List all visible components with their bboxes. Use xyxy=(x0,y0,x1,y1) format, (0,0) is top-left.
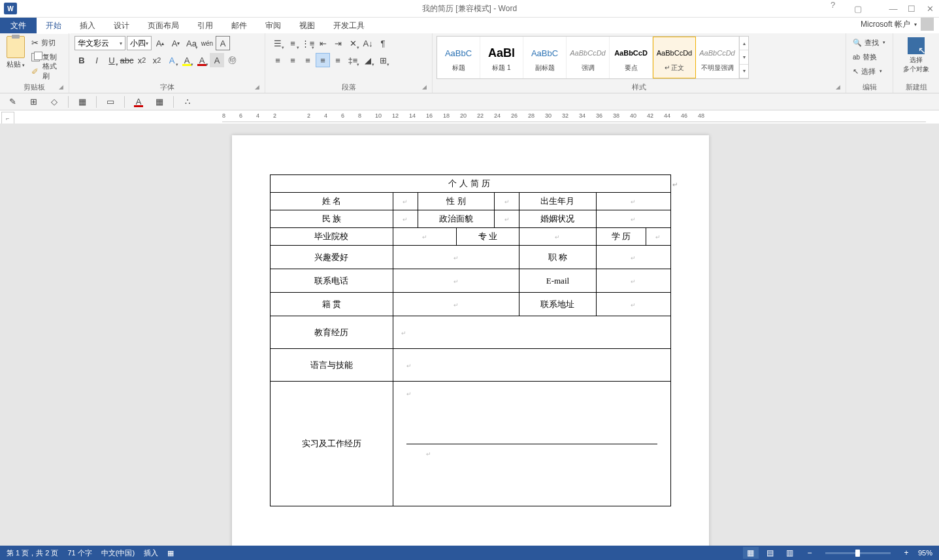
select-multiple-button[interactable]: 选择多个对象 xyxy=(896,35,936,82)
paragraph-launcher-icon[interactable]: ◢ xyxy=(422,84,430,91)
decrease-indent-button[interactable]: ⇤ xyxy=(316,36,330,50)
print-layout-view-icon[interactable]: ▦ xyxy=(743,547,759,559)
bullets-button[interactable]: ☰ xyxy=(271,36,285,50)
font-size-select[interactable]: 小四▾ xyxy=(127,36,152,50)
zoom-thumb[interactable] xyxy=(855,550,860,557)
ribbon-tabs: 文件 开始 插入 设计 页面布局 引用 邮件 审阅 视图 开发工具 Micros… xyxy=(0,18,939,33)
sort-button[interactable]: A↓ xyxy=(361,36,375,50)
gallery-more-icon[interactable]: ▾ xyxy=(740,65,748,78)
tab-layout[interactable]: 页面布局 xyxy=(139,18,188,33)
page-indicator[interactable]: 第 1 页，共 2 页 xyxy=(7,548,58,558)
highlight-button[interactable]: A xyxy=(180,53,194,67)
zoom-out-icon[interactable]: − xyxy=(802,547,817,559)
account-menu[interactable]: Microsoft 帐户 ▾ xyxy=(861,18,934,31)
table-style-icon[interactable]: ▦ xyxy=(152,95,167,108)
enclose-char-button[interactable]: ㊞ xyxy=(225,53,239,67)
eraser-icon[interactable]: ◇ xyxy=(47,95,61,108)
style-strong[interactable]: AaBbCcD要点 xyxy=(610,37,653,78)
pen-color-icon[interactable]: A xyxy=(131,95,146,108)
minimize-icon[interactable]: — xyxy=(884,0,902,17)
maximize-icon[interactable]: ☐ xyxy=(902,0,921,17)
zoom-level[interactable]: 95% xyxy=(918,549,932,557)
find-button[interactable]: 🔍查找 xyxy=(853,36,885,49)
tab-insert[interactable]: 插入 xyxy=(71,18,105,33)
line-spacing-button[interactable]: ‡≡ xyxy=(346,53,360,67)
change-case-button[interactable]: Aa xyxy=(184,36,199,50)
align-right-button[interactable]: ≡ xyxy=(301,53,315,67)
gallery-down-icon[interactable]: ▾ xyxy=(740,50,748,64)
text-effects-button[interactable]: A xyxy=(165,53,179,67)
table-grid-icon[interactable]: ⊞ xyxy=(26,95,41,108)
page[interactable]: ↵ 个人简历 姓 名 性 别 出生年月 民 族 政治面貌 婚姻状况 毕业院校 专… xyxy=(232,135,709,546)
tab-home[interactable]: 开始 xyxy=(37,18,71,33)
justify-button[interactable]: ≡ xyxy=(316,53,330,67)
clipboard-launcher-icon[interactable]: ◢ xyxy=(59,84,67,91)
char-border-button[interactable]: A xyxy=(216,36,230,50)
border-style-icon[interactable]: ▭ xyxy=(103,95,118,108)
styles-launcher-icon[interactable]: ◢ xyxy=(836,84,844,91)
draw-table-icon[interactable]: ✎ xyxy=(5,95,20,108)
style-heading1[interactable]: AaBl标题 1 xyxy=(480,37,523,78)
insert-mode[interactable]: 插入 xyxy=(144,548,158,558)
horizontal-ruler[interactable]: 8642246810121416182022242628303234363840… xyxy=(222,110,926,122)
format-painter-button[interactable]: ✐格式刷 xyxy=(31,65,63,78)
misc-icon[interactable]: ∴ xyxy=(180,95,195,108)
multilevel-button[interactable]: ⋮≡ xyxy=(301,36,315,50)
select-button[interactable]: ↖选择 xyxy=(853,65,882,78)
superscript-button[interactable]: x2 xyxy=(150,53,164,67)
insert-table-icon[interactable]: ▦ xyxy=(75,95,90,108)
tab-selector-icon[interactable]: ⌐ xyxy=(1,112,14,125)
show-marks-button[interactable]: ¶ xyxy=(376,36,390,50)
shrink-font-button[interactable]: A▾ xyxy=(169,36,183,50)
brush-icon: ✐ xyxy=(31,67,40,76)
style-normal[interactable]: AaBbCcDd↵ 正文 xyxy=(653,37,696,78)
tab-mailings[interactable]: 邮件 xyxy=(222,18,256,33)
underline-button[interactable]: U xyxy=(105,53,119,67)
close-icon[interactable]: ✕ xyxy=(921,0,939,17)
ruler[interactable]: ⌐ 86422468101214161820222426283032343638… xyxy=(0,110,939,124)
font-color-button[interactable]: A xyxy=(195,53,209,67)
char-shading-button[interactable]: A xyxy=(210,53,224,67)
help-icon[interactable]: ? xyxy=(831,0,849,17)
zoom-slider[interactable] xyxy=(825,552,891,554)
style-heading[interactable]: AaBbC标题 xyxy=(437,37,480,78)
text-direction-button[interactable]: ✕ xyxy=(346,36,360,50)
tab-review[interactable]: 审阅 xyxy=(256,18,290,33)
style-subtle-emphasis[interactable]: AaBbCcDd不明显强调 xyxy=(696,37,739,78)
tab-file[interactable]: 文件 xyxy=(0,18,37,33)
strikethrough-button[interactable]: abc xyxy=(120,53,134,67)
subscript-button[interactable]: x2 xyxy=(135,53,149,67)
web-layout-view-icon[interactable]: ▥ xyxy=(782,547,798,559)
group-label: 剪贴板 xyxy=(3,82,66,93)
ribbon-options-icon[interactable]: ▢ xyxy=(849,0,867,17)
paste-button[interactable]: 粘贴 xyxy=(3,35,29,71)
borders-button[interactable]: ⊞ xyxy=(376,53,390,67)
tab-design[interactable]: 设计 xyxy=(105,18,139,33)
grow-font-button[interactable]: A▴ xyxy=(153,36,167,50)
shading-button[interactable]: ◢ xyxy=(361,53,375,67)
font-launcher-icon[interactable]: ◢ xyxy=(255,84,263,91)
zoom-in-icon[interactable]: + xyxy=(898,547,914,559)
resume-table[interactable]: 个人简历 姓 名 性 别 出生年月 民 族 政治面貌 婚姻状况 毕业院校 专 业… xyxy=(270,174,671,506)
read-mode-view-icon[interactable]: ▤ xyxy=(763,547,778,559)
tab-references[interactable]: 引用 xyxy=(188,18,222,33)
style-emphasis[interactable]: AaBbCcDd强调 xyxy=(567,37,610,78)
bold-button[interactable]: B xyxy=(74,53,89,67)
cut-button[interactable]: ✂剪切 xyxy=(31,36,63,49)
numbering-button[interactable]: ≡ xyxy=(286,36,300,50)
tab-view[interactable]: 视图 xyxy=(290,18,324,33)
tab-developer[interactable]: 开发工具 xyxy=(324,18,374,33)
align-left-button[interactable]: ≡ xyxy=(271,53,285,67)
word-count[interactable]: 71 个字 xyxy=(67,548,91,558)
language-indicator[interactable]: 中文(中国) xyxy=(101,548,135,558)
align-center-button[interactable]: ≡ xyxy=(286,53,300,67)
phonetic-guide-button[interactable]: wén xyxy=(200,36,214,50)
style-subtitle[interactable]: AaBbC副标题 xyxy=(523,37,567,78)
italic-button[interactable]: I xyxy=(90,53,104,67)
distributed-button[interactable]: ≡ xyxy=(331,53,345,67)
gallery-up-icon[interactable]: ▴ xyxy=(740,37,748,50)
replace-button[interactable]: ab替换 xyxy=(853,50,877,63)
macro-indicator[interactable]: ▦ xyxy=(167,549,174,557)
increase-indent-button[interactable]: ⇥ xyxy=(331,36,345,50)
font-name-select[interactable]: 华文彩云▾ xyxy=(74,36,125,50)
